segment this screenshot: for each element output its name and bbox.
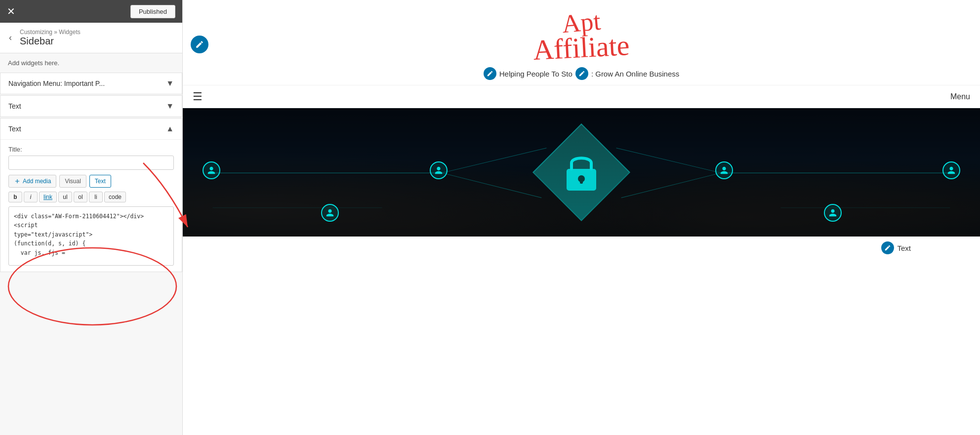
- link-button[interactable]: link: [39, 192, 57, 202]
- tagline-suffix: : Grow An Online Business: [591, 70, 679, 78]
- svg-line-6: [621, 173, 721, 198]
- svg-line-7: [616, 148, 721, 173]
- person-icon-1: [203, 161, 220, 179]
- breadcrumb-info: Customizing » Widgets Sidebar: [20, 29, 81, 47]
- site-logo: Apt Affiliate: [533, 10, 629, 62]
- widget-text-1-header[interactable]: Text ▼: [0, 96, 182, 117]
- site-tagline-area: Helping People To Sto : Grow An Online B…: [484, 67, 680, 85]
- pencil-icon-tagline-2: [578, 70, 585, 77]
- svg-line-5: [442, 148, 547, 173]
- tagline-icon-1[interactable]: [484, 67, 496, 80]
- top-bar: ✕ Published: [0, 0, 182, 23]
- format-buttons: b i link ul ol li code: [8, 192, 174, 202]
- back-button[interactable]: ‹: [6, 32, 15, 44]
- menu-label: Menu: [950, 92, 970, 101]
- edit-fab-button[interactable]: [191, 36, 208, 53]
- hero-image: [183, 108, 980, 237]
- widget-text-2: Text ▲ Title: Add media Visual Text b i: [0, 118, 182, 272]
- text-tab-button[interactable]: Text: [89, 175, 111, 188]
- title-field-label: Title:: [8, 146, 174, 153]
- tagline-icon-2[interactable]: [575, 67, 588, 80]
- person-icon-3: [715, 161, 733, 179]
- breadcrumb-area: ‹ Customizing » Widgets Sidebar: [0, 23, 182, 53]
- lock-icon-container: [562, 150, 601, 195]
- person-icon-5: [321, 204, 339, 222]
- svg-rect-12: [580, 179, 583, 184]
- code-editor[interactable]: <div class="AW-Form-2110604412"></div> <…: [8, 206, 174, 266]
- widget-text-2-content: Title: Add media Visual Text b i link ul…: [0, 140, 182, 272]
- widget-text-2-label: Text: [8, 125, 21, 133]
- widget-nav-menu-label: Navigation Menu: Important P...: [8, 79, 105, 87]
- widget-text-2-header[interactable]: Text ▲: [0, 119, 182, 140]
- left-panel: ✕ Published ‹ Customizing » Widgets Side…: [0, 0, 183, 435]
- logo-bottom: Affiliate: [532, 31, 630, 65]
- person-icon-2: [430, 161, 448, 179]
- widget-nav-menu-header[interactable]: Navigation Menu: Important P... ▼: [0, 73, 182, 94]
- pencil-icon-tagline: [487, 70, 493, 77]
- add-widgets-label: Add widgets here.: [0, 53, 182, 73]
- pencil-icon: [195, 40, 204, 49]
- add-media-label: Add media: [23, 178, 51, 185]
- site-header: Apt Affiliate Helping People To Sto : Gr…: [183, 0, 980, 85]
- ul-button[interactable]: ul: [58, 192, 72, 202]
- widget-nav-menu-chevron: ▼: [166, 79, 174, 88]
- hamburger-icon[interactable]: ☰: [193, 90, 203, 103]
- widget-text-2-chevron: ▲: [166, 124, 174, 133]
- widgets-body: Add widgets here. Navigation Menu: Impor…: [0, 53, 182, 435]
- svg-line-4: [442, 173, 542, 198]
- title-input[interactable]: [8, 156, 174, 170]
- text-badge-edit-icon[interactable]: [881, 241, 894, 254]
- widget-text-1-label: Text: [8, 102, 21, 110]
- lock-icon: [562, 150, 601, 195]
- li-button[interactable]: li: [89, 192, 103, 202]
- ol-button[interactable]: ol: [74, 192, 87, 202]
- bold-button[interactable]: b: [8, 192, 22, 202]
- code-button[interactable]: code: [104, 192, 126, 202]
- toolbar-row: Add media Visual Text: [8, 175, 174, 188]
- close-button[interactable]: ✕: [7, 6, 15, 16]
- published-button[interactable]: Published: [130, 5, 175, 18]
- text-badge-area: Text: [183, 237, 980, 254]
- breadcrumb-text: Customizing » Widgets: [20, 29, 81, 36]
- right-panel: Apt Affiliate Helping People To Sto : Gr…: [183, 0, 980, 435]
- italic-button[interactable]: i: [24, 192, 38, 202]
- add-media-button[interactable]: Add media: [8, 175, 56, 188]
- widget-text-1: Text ▼: [0, 95, 182, 117]
- site-nav: ☰ Menu: [183, 85, 980, 108]
- person-icon-4: [942, 161, 960, 179]
- widget-text-1-chevron: ▼: [166, 102, 174, 111]
- page-title: Sidebar: [20, 36, 81, 47]
- add-media-icon: [14, 178, 21, 185]
- tagline-text: Helping People To Sto: [499, 70, 572, 78]
- text-badge-label: Text: [897, 244, 911, 252]
- pencil-icon-text-badge: [884, 244, 891, 251]
- person-icon-6: [824, 204, 842, 222]
- visual-tab-button[interactable]: Visual: [59, 175, 86, 188]
- widget-nav-menu: Navigation Menu: Important P... ▼: [0, 73, 182, 94]
